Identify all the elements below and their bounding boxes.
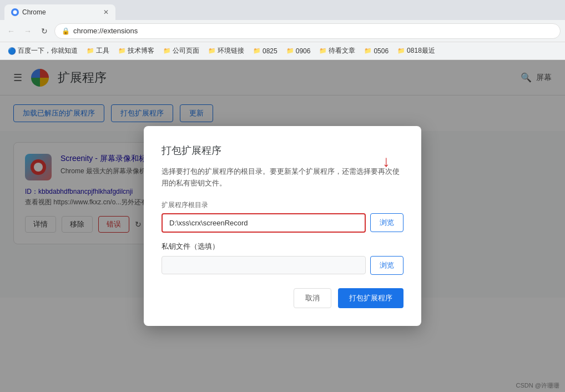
back-button[interactable]: ← [4,24,18,38]
dialog-footer: 取消 打包扩展程序 [162,288,403,308]
dialog-description: 选择要打包的扩展程序的根目录。要更新某个扩展程序，还需选择要再次使用的私有密钥文… [162,166,403,189]
folder-icon: 📁 [364,47,372,54]
dialog-overlay: ↓ 打包扩展程序 选择要打包的扩展程序的根目录。要更新某个扩展程序，还需选择要再… [0,60,565,392]
folder-icon: 📁 [253,47,261,54]
bookmark-env[interactable]: 📁 环境链接 [205,45,248,57]
bookmark-label: 工具 [96,46,109,56]
bookmark-label: 公司页面 [173,46,199,56]
bookmark-label: 环境链接 [218,46,244,56]
pack-extension-dialog: ↓ 打包扩展程序 选择要打包的扩展程序的根目录。要更新某个扩展程序，还需选择要再… [144,126,421,326]
extension-root-input[interactable] [162,213,366,233]
folder-icon: 📁 [397,47,405,54]
browser-tab[interactable]: Chrome ✕ [4,4,115,20]
bookmark-label: 0818最近 [407,46,435,56]
tab-title: Chrome [22,8,46,16]
bookmark-label: 百度一下，你就知道 [18,46,78,56]
dialog-title: 打包扩展程序 [162,144,403,157]
tab-favicon [11,8,19,16]
extension-root-row: 浏览 [162,213,403,233]
bookmark-0818[interactable]: 📁 0818最近 [394,45,438,57]
tab-close-icon[interactable]: ✕ [103,8,109,16]
address-bar[interactable]: 🔒 chrome://extensions [54,23,561,39]
browse-key-button[interactable]: 浏览 [370,256,403,275]
extension-root-label: 扩展程序根目录 [162,200,403,210]
private-key-label: 私钥文件（选填） [162,242,403,252]
bookmark-label: 待看文章 [329,46,355,56]
address-text: chrome://extensions [73,27,138,35]
folder-icon: 📁 [118,47,126,54]
bookmarks-bar: 🔵 百度一下，你就知道 📁 工具 📁 技术博客 📁 公司页面 📁 环境链接 📁 … [0,42,565,60]
bookmark-icon: 🔵 [8,47,16,55]
bookmark-baidu[interactable]: 🔵 百度一下，你就知道 [4,45,81,57]
bookmark-tools[interactable]: 📁 工具 [83,45,113,57]
main-page: ☰ 扩展程序 🔍 屏幕 加载已解压的扩展程序 打包扩展程序 更新 Screeni… [0,60,565,392]
forward-button[interactable]: → [21,24,34,38]
cancel-button[interactable]: 取消 [294,288,331,308]
address-lock-icon: 🔒 [62,27,70,35]
bookmark-company[interactable]: 📁 公司页面 [160,45,203,57]
bookmark-label: 0825 [263,47,278,55]
bookmark-label: 0506 [374,47,389,55]
bookmark-label: 0906 [296,47,311,55]
bookmark-0825[interactable]: 📁 0825 [250,46,281,56]
private-key-row: 浏览 [162,256,403,275]
bookmark-0906[interactable]: 📁 0906 [283,46,314,56]
private-key-input[interactable] [162,256,366,274]
reload-button[interactable]: ↻ [38,24,51,38]
browse-root-button[interactable]: 浏览 [370,213,403,232]
folder-icon: 📁 [208,47,216,54]
folder-icon: 📁 [87,47,94,54]
bookmark-0506[interactable]: 📁 0506 [361,46,392,56]
svg-point-1 [13,11,17,14]
arrow-annotation: ↓ [382,153,390,170]
bookmark-techblog[interactable]: 📁 技术博客 [115,45,158,57]
folder-icon: 📁 [319,47,327,54]
folder-icon: 📁 [286,47,294,54]
pack-button[interactable]: 打包扩展程序 [338,288,403,308]
bookmark-reading[interactable]: 📁 待看文章 [316,45,359,57]
folder-icon: 📁 [163,47,171,54]
bookmark-label: 技术博客 [128,46,154,56]
